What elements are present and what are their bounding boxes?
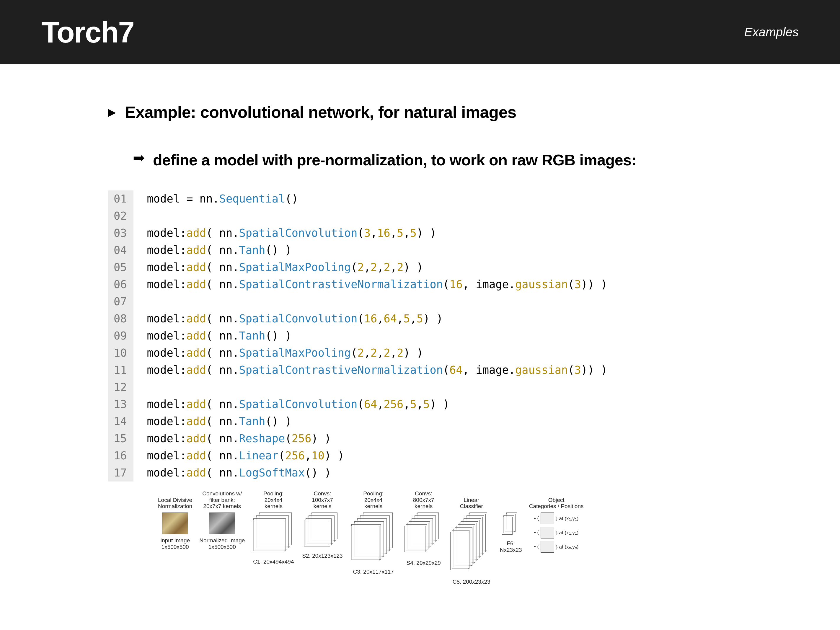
- diagram-column: Convs:100x7x7kernelsS2: 20x123x123: [302, 492, 343, 559]
- diagram-label-bottom: C1: 20x494x494: [253, 559, 294, 565]
- header-subtitle: Examples: [744, 25, 799, 39]
- diagram-label-top: Convolutions w/filter bank:20x7x7 kernel…: [202, 492, 242, 510]
- diagram-column: F6:Nx23x23: [500, 492, 522, 553]
- diagram-label-bottom: S2: 20x123x123: [302, 553, 343, 559]
- diagram-column: Local DivisiveNormalizationInput Image1x…: [158, 492, 192, 550]
- line-numbers: 0102030405060708091011121314151617: [108, 190, 133, 482]
- diagram-label-top: Pooling:20x4x4kernels: [264, 492, 284, 510]
- diagram-column: ObjectCategories / Positions• (} at (x₁,…: [529, 492, 584, 556]
- diagram-label-bottom: F6:Nx23x23: [500, 540, 522, 553]
- arrow-right-icon: ➡: [133, 151, 145, 165]
- diagram-label-bottom: Input Image1x500x500: [160, 537, 190, 550]
- sub-section-text: define a model with pre-normalization, t…: [153, 150, 636, 171]
- diagram-label-bottom: Normalized Image1x500x500: [199, 537, 245, 550]
- diagram-label-top: Pooling:20x4x4kernels: [363, 492, 384, 510]
- diagram-stack: [502, 513, 519, 537]
- slide-content: ▶ Example: convolutional network, for na…: [0, 64, 840, 585]
- diagram-column: Convs:800x7x7kernelsS4: 20x29x29: [404, 492, 443, 566]
- diagram-label-top: ObjectCategories / Positions: [529, 492, 584, 510]
- diagram-label-top: Convs:100x7x7kernels: [312, 492, 333, 510]
- diagram-stack: [450, 513, 493, 576]
- diagram-image: [209, 513, 235, 534]
- code-lines: model = nn.Sequential() model:add( nn.Sp…: [133, 190, 607, 482]
- header-title: Torch7: [41, 15, 134, 49]
- triangle-right-icon: ▶: [108, 106, 116, 118]
- diagram-label-bottom: C3: 20x117x117: [353, 568, 393, 575]
- diagram-stack: [252, 513, 295, 556]
- diagram-stack: [304, 513, 341, 550]
- diagram-stack: [404, 513, 443, 557]
- diagram-column: Pooling:20x4x4kernelsC1: 20x494x494: [252, 492, 295, 565]
- diagram-label-bottom: S4: 20x29x29: [407, 560, 441, 566]
- diagram-label-bottom: C5: 200x23x23: [453, 579, 490, 585]
- section-title-row: ▶ Example: convolutional network, for na…: [108, 103, 781, 122]
- sub-section: ➡ define a model with pre-normalization,…: [108, 150, 781, 171]
- diagram-label-top: Convs:800x7x7kernels: [413, 492, 434, 510]
- diagram-output: • (} at (x₁,y₁)• (} at (x₁,y₁)• (} at (x…: [534, 513, 579, 553]
- slide-header: Torch7 Examples: [0, 0, 840, 64]
- diagram-column: LinearClassifierC5: 200x23x23: [450, 492, 493, 585]
- diagram-column: Pooling:20x4x4kernelsC3: 20x117x117: [350, 492, 397, 575]
- diagram-stack: [350, 513, 397, 566]
- section-title: Example: convolutional network, for natu…: [125, 103, 516, 122]
- diagram-column: Convolutions w/filter bank:20x7x7 kernel…: [199, 492, 245, 550]
- architecture-diagram: Local DivisiveNormalizationInput Image1x…: [108, 492, 781, 585]
- diagram-label-top: Local DivisiveNormalization: [158, 492, 192, 510]
- diagram-image: [162, 513, 188, 534]
- diagram-label-top: LinearClassifier: [460, 492, 483, 510]
- code-block: 0102030405060708091011121314151617 model…: [108, 190, 781, 482]
